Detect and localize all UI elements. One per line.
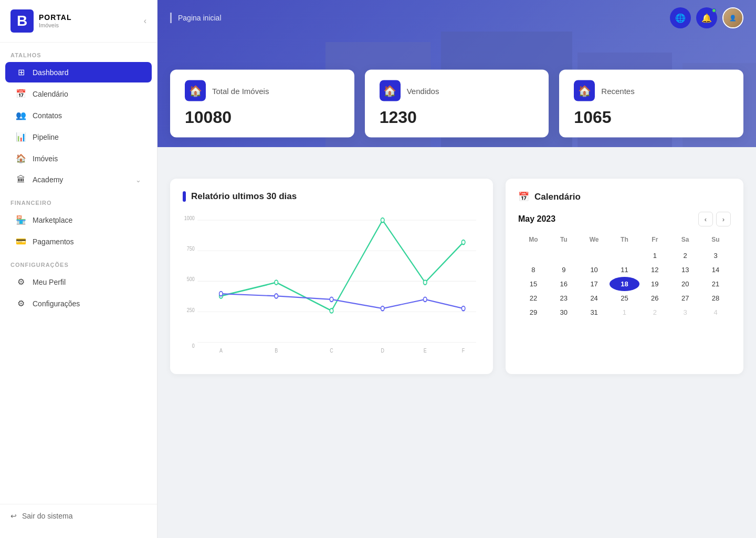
svg-text:C: C — [330, 347, 333, 354]
stat-icon-recentes: 🏠 — [574, 80, 595, 101]
calendar-day[interactable]: 1 — [610, 305, 640, 319]
calendar-title: 📅 Calendário — [518, 191, 731, 202]
sidebar-item-pipeline[interactable]: 📊 Pipeline — [5, 127, 152, 147]
logout-icon: ↩ — [10, 512, 17, 520]
chart-title: Relatório ultimos 30 dias — [183, 191, 480, 202]
calendario-icon: 📅 — [16, 89, 26, 99]
svg-text:1000: 1000 — [184, 215, 195, 221]
sidebar-item-label: Pipeline — [33, 133, 59, 141]
main-content: Pagina inicial 🌐 🔔 👤 🏠 Total de Imó — [158, 0, 756, 538]
calendar-day[interactable]: 12 — [639, 263, 670, 277]
calendar-day[interactable]: 14 — [700, 263, 731, 277]
calendar-day[interactable]: 15 — [518, 277, 549, 291]
svg-text:F: F — [462, 347, 465, 354]
logo-imoveis: Imóveis — [39, 22, 72, 28]
sidebar-item-label: Pagamentos — [33, 237, 74, 246]
calendar-day[interactable] — [518, 249, 549, 263]
calendar-month-label: May 2023 — [518, 214, 555, 224]
calendar-day[interactable] — [579, 249, 610, 263]
sidebar-item-contatos[interactable]: 👥 Contatos — [5, 105, 152, 126]
svg-point-24 — [330, 297, 333, 302]
svg-point-19 — [381, 218, 384, 223]
avatar[interactable]: 👤 — [722, 7, 743, 28]
academy-icon: 🏛 — [16, 175, 26, 184]
calendar-day[interactable]: 2 — [639, 305, 670, 319]
hero-actions: 🌐 🔔 👤 — [670, 7, 743, 28]
sidebar-item-label: Configurações — [33, 299, 80, 308]
sidebar-collapse-button[interactable]: ‹ — [144, 16, 146, 26]
sidebar-item-label: Meu Perfil — [33, 278, 66, 286]
calendar-next-button[interactable]: › — [716, 212, 731, 226]
calendar-prev-button[interactable]: ‹ — [698, 212, 713, 226]
sidebar-item-calendario[interactable]: 📅 Calendário — [5, 84, 152, 104]
svg-text:250: 250 — [187, 306, 195, 313]
calendar-day[interactable]: 9 — [549, 263, 579, 277]
calendar-day[interactable]: 19 — [639, 277, 670, 291]
hero-section: Pagina inicial 🌐 🔔 👤 🏠 Total de Imó — [158, 0, 756, 147]
perfil-icon: ⚙ — [16, 277, 26, 287]
cal-header-su: Su — [700, 234, 731, 249]
calendar-day[interactable]: 23 — [549, 291, 579, 305]
svg-text:D: D — [381, 347, 384, 354]
stat-card-recentes: 🏠 Recentes 1065 — [559, 70, 743, 138]
calendar-grid: Mo Tu We Th Fr Sa Su 1238910111213141516… — [518, 234, 731, 319]
calendar-day[interactable] — [549, 249, 579, 263]
calendar-day[interactable]: 22 — [518, 291, 549, 305]
calendar-day[interactable]: 16 — [549, 277, 579, 291]
svg-point-26 — [423, 297, 426, 302]
sidebar-item-pagamentos[interactable]: 💳 Pagamentos — [5, 231, 152, 252]
cal-header-sa: Sa — [670, 234, 700, 249]
sidebar-item-label: Marketplace — [33, 216, 72, 224]
contatos-icon: 👥 — [16, 110, 26, 120]
notification-badge — [712, 8, 716, 13]
logout-button[interactable]: ↩ Sair do sistema — [10, 512, 146, 520]
sidebar-item-dashboard[interactable]: ⊞ Dashboard — [5, 62, 152, 82]
logo-letter: B — [10, 9, 34, 33]
cal-header-th: Th — [610, 234, 640, 249]
sidebar-item-meu-perfil[interactable]: ⚙ Meu Perfil — [5, 272, 152, 292]
stat-card-vendidos: 🏠 Vendidos 1230 — [365, 70, 549, 138]
calendar-day[interactable]: 2 — [670, 249, 700, 263]
notification-button[interactable]: 🔔 — [696, 7, 717, 28]
calendar-day[interactable]: 3 — [700, 249, 731, 263]
calendar-day[interactable]: 29 — [518, 305, 549, 319]
calendar-day[interactable]: 20 — [670, 277, 700, 291]
calendar-day[interactable]: 30 — [549, 305, 579, 319]
sidebar-item-label: Calendário — [33, 90, 68, 98]
svg-text:0: 0 — [192, 343, 195, 349]
stat-label-total: Total de Imóveis — [212, 86, 269, 95]
calendar-day[interactable]: 4 — [700, 305, 731, 319]
calendar-day[interactable] — [610, 249, 640, 263]
sidebar-item-academy[interactable]: 🏛 Academy ⌄ — [5, 170, 152, 190]
globe-button[interactable]: 🌐 — [670, 7, 691, 28]
calendar-day[interactable]: 3 — [670, 305, 700, 319]
calendar-day[interactable]: 11 — [610, 263, 640, 277]
sidebar-item-marketplace[interactable]: 🏪 Marketplace — [5, 210, 152, 230]
calendar-day[interactable]: 8 — [518, 263, 549, 277]
calendar-day[interactable]: 24 — [579, 291, 610, 305]
calendar-day[interactable]: 27 — [670, 291, 700, 305]
calendar-day[interactable]: 28 — [700, 291, 731, 305]
calendar-day[interactable]: 26 — [639, 291, 670, 305]
sidebar-item-configuracoes[interactable]: ⚙ Configurações — [5, 293, 152, 314]
title-accent — [183, 191, 186, 202]
svg-point-25 — [381, 306, 384, 311]
calendar-day[interactable]: 25 — [610, 291, 640, 305]
calendar-day[interactable]: 1 — [639, 249, 670, 263]
globe-icon: 🌐 — [675, 13, 686, 23]
calendar-day[interactable]: 10 — [579, 263, 610, 277]
calendar-day[interactable]: 13 — [670, 263, 700, 277]
calendar-day[interactable]: 18 — [610, 277, 640, 291]
stat-value-vendidos: 1230 — [380, 108, 534, 127]
svg-point-21 — [461, 240, 465, 245]
calendar-day[interactable]: 31 — [579, 305, 610, 319]
sidebar-item-label: Academy — [33, 175, 63, 184]
stat-value-recentes: 1065 — [574, 108, 729, 127]
calendar-day[interactable]: 21 — [700, 277, 731, 291]
section-label-configuracoes: CONFIGURAÇÕES — [0, 252, 157, 271]
sidebar-item-imoveis[interactable]: 🏠 Imóveis — [5, 148, 152, 169]
cal-header-we: We — [579, 234, 610, 249]
svg-text:A: A — [219, 347, 223, 354]
svg-point-23 — [275, 294, 278, 298]
calendar-day[interactable]: 17 — [579, 277, 610, 291]
